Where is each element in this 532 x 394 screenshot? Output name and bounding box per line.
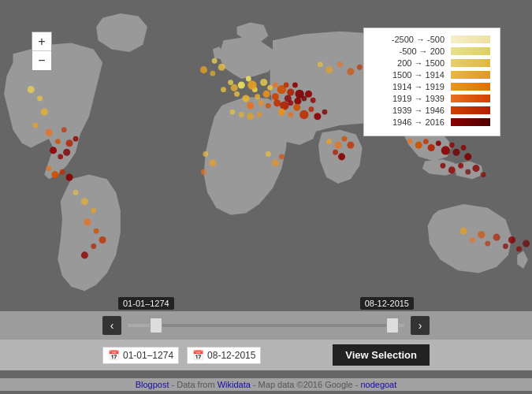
svg-point-16 <box>292 83 298 88</box>
svg-point-31 <box>311 98 316 103</box>
footer-sep1: - Data from <box>169 380 218 389</box>
svg-point-22 <box>259 100 264 106</box>
svg-point-65 <box>28 86 35 93</box>
svg-point-44 <box>334 142 341 149</box>
svg-point-33 <box>288 112 293 117</box>
footer: Blogpost - Data from Wikidata - Map data… <box>0 378 532 391</box>
slider-track[interactable] <box>128 324 404 327</box>
svg-point-91 <box>201 169 206 175</box>
start-date-field[interactable]: 📅 01-01–1274 <box>102 347 179 364</box>
legend-color-1 <box>451 35 490 43</box>
svg-point-47 <box>333 150 338 155</box>
svg-point-74 <box>50 147 57 154</box>
legend-color-3 <box>451 59 490 67</box>
svg-point-70 <box>55 139 61 144</box>
svg-point-85 <box>94 229 99 234</box>
svg-point-38 <box>322 110 328 115</box>
legend-label-8: 1946 → 2016 <box>374 117 445 127</box>
svg-point-52 <box>428 144 435 151</box>
svg-point-41 <box>247 113 254 120</box>
slider-left-button[interactable]: ‹ <box>102 316 121 335</box>
slider-range <box>153 324 396 327</box>
svg-point-10 <box>263 91 270 98</box>
legend-item-4: 1500 → 1914 <box>374 70 490 80</box>
svg-point-39 <box>229 110 235 115</box>
svg-point-114 <box>210 71 215 76</box>
zoom-controls: + − <box>32 32 52 71</box>
zoom-out-button[interactable]: − <box>32 51 51 70</box>
svg-point-83 <box>91 208 96 214</box>
svg-point-117 <box>326 66 333 73</box>
svg-point-37 <box>314 113 321 120</box>
svg-point-53 <box>436 140 441 146</box>
svg-point-20 <box>221 87 226 92</box>
legend-color-4 <box>451 71 490 79</box>
svg-point-75 <box>58 154 63 159</box>
svg-point-116 <box>318 61 323 67</box>
svg-point-80 <box>66 173 73 180</box>
legend-color-8 <box>451 118 490 126</box>
footer-nodegoat-link[interactable]: nodegoat <box>360 380 396 389</box>
svg-point-32 <box>278 109 285 116</box>
svg-point-68 <box>32 123 38 128</box>
zoom-in-button[interactable]: + <box>32 32 51 51</box>
slider-thumb-end[interactable] <box>386 318 399 333</box>
svg-point-112 <box>212 58 218 64</box>
svg-point-24 <box>266 103 271 109</box>
map-container: + − -2500 → -500 -500 → 200 200 → 1500 1… <box>0 0 532 394</box>
footer-wikidata-link[interactable]: Wikidata <box>218 380 251 389</box>
svg-point-92 <box>266 151 271 157</box>
svg-point-99 <box>493 234 500 241</box>
svg-point-84 <box>84 218 91 225</box>
svg-point-102 <box>516 247 522 252</box>
slider-row: ‹ › <box>0 311 532 340</box>
svg-point-78 <box>51 171 58 178</box>
svg-point-7 <box>242 95 249 102</box>
svg-point-42 <box>257 112 262 117</box>
legend-color-5 <box>451 83 490 91</box>
svg-point-14 <box>284 83 289 88</box>
svg-point-60 <box>448 166 456 173</box>
footer-sep2: - Map data ©2016 Google - <box>251 380 361 389</box>
svg-point-40 <box>239 112 244 117</box>
svg-point-88 <box>81 251 88 258</box>
svg-point-66 <box>37 96 43 102</box>
slider-right-button[interactable]: › <box>411 316 430 335</box>
legend: -2500 → -500 -500 → 200 200 → 1500 1500 … <box>363 28 500 136</box>
svg-point-77 <box>47 165 52 171</box>
legend-label-7: 1939 → 1946 <box>374 106 445 115</box>
svg-point-36 <box>308 106 314 112</box>
end-date-field[interactable]: 📅 08-12-2015 <box>187 347 261 364</box>
svg-point-115 <box>200 66 207 73</box>
end-date-value: 08-12-2015 <box>207 350 255 361</box>
svg-point-98 <box>485 241 490 247</box>
svg-point-103 <box>523 240 530 247</box>
svg-point-8 <box>255 94 260 99</box>
svg-point-118 <box>337 61 343 67</box>
legend-label-6: 1919 → 1939 <box>374 94 445 103</box>
view-selection-button[interactable]: View Selection <box>333 344 430 366</box>
svg-point-49 <box>407 139 412 144</box>
legend-color-2 <box>451 47 490 55</box>
svg-point-96 <box>470 237 475 243</box>
slider-thumb-start[interactable] <box>150 318 162 333</box>
footer-blogpost-link[interactable]: Blogpost <box>136 380 169 389</box>
svg-point-35 <box>299 110 308 119</box>
svg-point-51 <box>423 139 429 144</box>
svg-point-2 <box>246 76 251 82</box>
svg-point-50 <box>415 142 422 149</box>
legend-label-1: -2500 → -500 <box>374 35 445 44</box>
end-timeline-label: 08-12-2015 <box>360 297 414 310</box>
svg-point-62 <box>465 169 471 175</box>
svg-point-45 <box>342 136 348 142</box>
svg-point-15 <box>287 89 294 96</box>
svg-point-63 <box>472 165 479 172</box>
svg-point-6 <box>234 91 240 97</box>
svg-point-86 <box>99 236 106 243</box>
svg-point-25 <box>273 99 281 106</box>
svg-point-21 <box>231 84 238 91</box>
svg-point-55 <box>449 143 455 148</box>
legend-color-7 <box>451 106 490 114</box>
svg-point-4 <box>260 79 267 86</box>
svg-point-76 <box>63 149 70 156</box>
